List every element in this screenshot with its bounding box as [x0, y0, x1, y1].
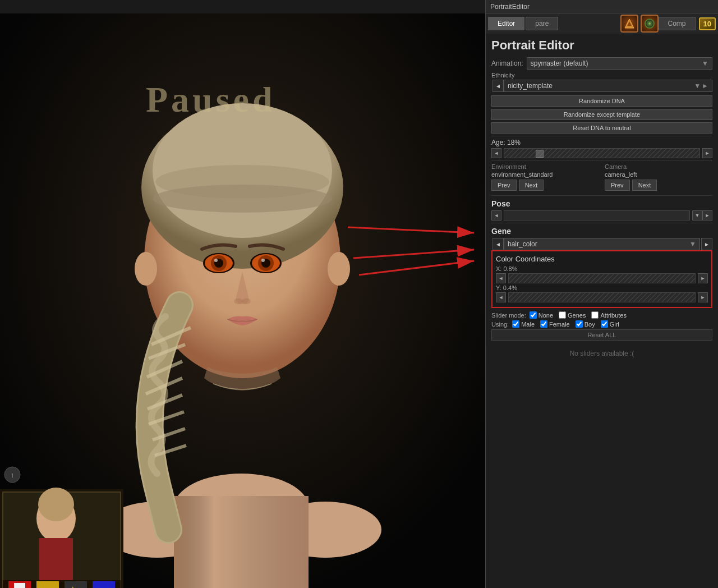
using-girl-checkbox[interactable] — [601, 320, 608, 328]
gene-header: Gene — [491, 227, 712, 236]
using-female-label: Female — [549, 321, 570, 328]
svg-text:Paused: Paused — [146, 80, 276, 120]
x-slider-right[interactable]: ► — [698, 273, 708, 283]
ethnicity-prev-arrow[interactable]: ◄ — [493, 80, 504, 92]
environment-box: Environment environment_standard Prev Ne… — [491, 163, 599, 193]
pose-slider-left[interactable]: ◄ — [491, 210, 501, 220]
x-slider-track[interactable] — [508, 273, 696, 283]
y-coord-slider: ◄ ► — [496, 292, 708, 302]
ethnicity-value: nicity_template — [508, 82, 553, 90]
no-sliders-text: No sliders available :( — [491, 350, 712, 357]
x-coord-slider: ◄ ► — [496, 273, 708, 283]
using-girl[interactable]: Girl — [601, 320, 619, 328]
slider-mode-none-label: None — [538, 312, 553, 319]
y-slider-right[interactable]: ► — [698, 292, 708, 302]
icon-btn-2[interactable] — [641, 15, 659, 33]
camera-nav: Prev Next — [605, 180, 712, 193]
using-boy[interactable]: Boy — [576, 320, 595, 328]
using-male-label: Male — [521, 321, 535, 328]
svg-text:✝: ✝ — [70, 586, 76, 588]
pose-header: Pose — [491, 199, 712, 208]
slider-mode-row: Slider mode: None Genes Attributes — [491, 311, 712, 319]
animation-dropdown[interactable]: spymaster (default) ▼ — [527, 57, 712, 70]
dna-buttons: Randomize DNA Randomize except template … — [491, 95, 712, 134]
gene-prev-arrow[interactable]: ◄ — [493, 238, 504, 250]
slider-mode-none-checkbox[interactable] — [530, 311, 537, 319]
slider-mode-genes-label: Genes — [568, 312, 586, 319]
slider-mode-genes-checkbox[interactable] — [559, 311, 566, 319]
right-panel: PortraitEditor Editor pare Comp 10 — [485, 0, 718, 588]
svg-point-44 — [648, 22, 651, 25]
reset-dna-button[interactable]: Reset DNA to neutral — [491, 122, 712, 134]
color-coords-title: Color Coordinates — [496, 255, 708, 263]
svg-point-30 — [38, 488, 74, 521]
divider-1 — [491, 136, 712, 136]
svg-point-24 — [135, 252, 157, 286]
using-male-checkbox[interactable] — [512, 320, 519, 328]
svg-point-22 — [234, 298, 243, 304]
svg-rect-31 — [39, 538, 73, 583]
pose-slider-right[interactable]: ► — [702, 210, 712, 220]
animation-label: Animation: — [491, 59, 523, 67]
pose-slider-container: ◄ ▼ ► — [491, 210, 712, 220]
svg-point-21 — [261, 259, 265, 262]
portrait-area: PortraitViewer × — [0, 13, 485, 588]
env-next-button[interactable]: Next — [519, 180, 544, 191]
divider-2 — [491, 160, 712, 161]
ethnicity-dropdown[interactable]: nicity_template ▼ ► — [504, 80, 712, 92]
svg-rect-48 — [509, 293, 695, 302]
y-slider-left[interactable]: ◄ — [496, 292, 506, 302]
age-slider-container: ◄ ► — [491, 148, 712, 158]
animation-dropdown-arrow: ▼ — [702, 59, 708, 67]
using-boy-checkbox[interactable] — [576, 320, 583, 328]
ethnicity-next-arrow: ► — [702, 82, 708, 90]
svg-point-11 — [153, 185, 332, 213]
slider-mode-attributes-checkbox[interactable] — [591, 311, 599, 319]
env-prev-button[interactable]: Prev — [491, 180, 517, 191]
icon-btn-1[interactable] — [620, 15, 638, 33]
editor-content: Portrait Editor Animation: spymaster (de… — [486, 34, 718, 362]
svg-point-25 — [328, 252, 350, 286]
svg-rect-46 — [504, 149, 699, 158]
environment-label: Environment — [491, 163, 599, 170]
cam-prev-button[interactable]: Prev — [605, 180, 630, 191]
age-slider-left[interactable]: ◄ — [491, 148, 501, 158]
svg-point-23 — [242, 298, 251, 304]
reset-all-button[interactable]: Reset ALL — [491, 329, 712, 341]
y-slider-track[interactable] — [508, 292, 696, 302]
tab-editor[interactable]: Editor — [488, 17, 524, 30]
pose-dropdown-arrow[interactable]: ▼ — [692, 210, 702, 220]
x-slider-left[interactable]: ◄ — [496, 273, 506, 283]
age-slider-right[interactable]: ► — [702, 148, 712, 158]
using-female-checkbox[interactable] — [540, 320, 547, 328]
environment-value: environment_standard — [491, 171, 599, 178]
svg-rect-47 — [509, 274, 695, 283]
camera-value: camera_left — [605, 171, 712, 178]
ethnicity-dropdown-arrow: ▼ — [694, 82, 701, 90]
randomize-dna-button[interactable]: Randomize DNA — [491, 95, 712, 107]
using-female[interactable]: Female — [540, 320, 570, 328]
camera-label: Camera — [605, 163, 712, 170]
animation-value: spymaster (default) — [531, 59, 588, 67]
cam-next-button[interactable]: Next — [632, 180, 657, 191]
gene-dropdown[interactable]: hair_color ▼ — [504, 238, 700, 250]
tabs-container: Editor pare Comp 10 — [486, 13, 718, 34]
ethnicity-row: ◄ nicity_template ▼ ► — [491, 80, 712, 92]
slider-mode-genes[interactable]: Genes — [559, 311, 586, 319]
slider-mode-attributes-label: Attributes — [600, 312, 626, 319]
age-label: Age: 18% — [491, 139, 712, 146]
gene-next-arrow[interactable]: ► — [701, 238, 712, 250]
slider-mode-label: Slider mode: — [491, 312, 526, 319]
slider-mode-attributes[interactable]: Attributes — [591, 311, 626, 319]
age-slider-track[interactable] — [504, 148, 700, 158]
using-male[interactable]: Male — [512, 320, 535, 328]
using-row: Using: Male Female Boy Girl — [491, 320, 712, 328]
tab-comp[interactable]: Comp — [659, 17, 696, 30]
tab-pare[interactable]: pare — [526, 17, 558, 30]
randomize-except-button[interactable]: Randomize except template — [491, 109, 712, 120]
ethnicity-label: Ethnicity — [491, 72, 712, 79]
animation-row: Animation: spymaster (default) ▼ — [491, 57, 712, 70]
slider-mode-none[interactable]: None — [530, 311, 553, 319]
portrait-editor-title-bar-label: PortraitEditor — [490, 3, 530, 11]
pose-slider-track[interactable] — [504, 210, 690, 220]
